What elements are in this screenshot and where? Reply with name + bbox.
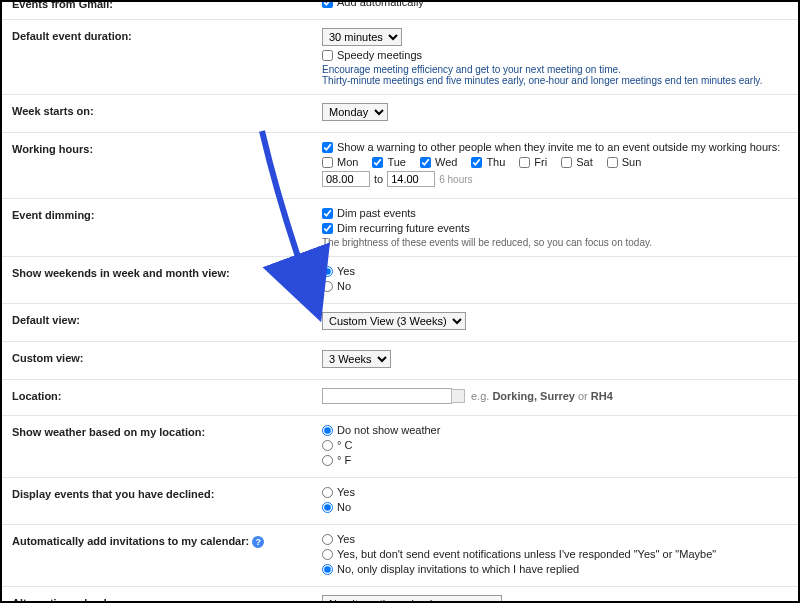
row-week-starts: Week starts on: Monday [2, 95, 798, 133]
label-alt-calendar: Alternative calendar: [12, 595, 322, 603]
row-working-hours: Working hours: Show a warning to other p… [2, 133, 798, 199]
radio-weekends-no[interactable] [322, 281, 333, 292]
txt-day-thu: Thu [486, 156, 505, 168]
label-event-dimming: Event dimming: [12, 207, 322, 221]
radio-invite-yes[interactable] [322, 534, 333, 545]
txt-declined-no: No [337, 501, 351, 513]
select-custom-view[interactable]: 3 Weeks [322, 350, 391, 368]
txt-declined-yes: Yes [337, 486, 355, 498]
loc-hint: e.g. Dorking, Surrey or RH4 [471, 390, 613, 402]
row-event-dimming: Event dimming: Dim past events Dim recur… [2, 199, 798, 257]
day-checkbox-sat: Sat [561, 156, 593, 168]
checkbox-dim-past[interactable] [322, 208, 333, 219]
txt-day-sat: Sat [576, 156, 593, 168]
day-checkbox-thu: Thu [471, 156, 505, 168]
help-icon[interactable]: ? [252, 536, 264, 548]
location-picker-icon[interactable] [451, 389, 465, 403]
radio-weekends-yes[interactable] [322, 266, 333, 277]
note-speedy2: Thirty-minute meetings end five minutes … [322, 75, 788, 86]
label-default-view: Default view: [12, 312, 322, 326]
label-show-weekends: Show weekends in week and month view: [12, 265, 322, 279]
radio-declined-no[interactable] [322, 502, 333, 513]
checkbox-day-tue[interactable] [372, 157, 383, 168]
txt-to: to [374, 173, 383, 185]
label-declined: Display events that you have declined: [12, 486, 322, 500]
txt-day-mon: Mon [337, 156, 358, 168]
select-default-view[interactable]: Custom View (3 Weeks) [322, 312, 466, 330]
day-checkbox-fri: Fri [519, 156, 547, 168]
row-declined: Display events that you have declined: Y… [2, 478, 798, 525]
day-checkbox-tue: Tue [372, 156, 406, 168]
radio-invite-no[interactable] [322, 564, 333, 575]
row-auto-invites: Automatically add invitations to my cale… [2, 525, 798, 587]
label-working-hours: Working hours: [12, 141, 322, 155]
radio-declined-yes[interactable] [322, 487, 333, 498]
input-location[interactable] [322, 388, 452, 404]
checkbox-day-sat[interactable] [561, 157, 572, 168]
txt-wh-hint: 6 hours [439, 174, 472, 185]
radio-weather-f[interactable] [322, 455, 333, 466]
select-default-duration[interactable]: 30 minutes [322, 28, 402, 46]
checkbox-speedy[interactable] [322, 50, 333, 61]
row-show-weekends: Show weekends in week and month view: Ye… [2, 257, 798, 304]
checkbox-day-fri[interactable] [519, 157, 530, 168]
txt-dim-past: Dim past events [337, 207, 416, 219]
radio-weather-c[interactable] [322, 440, 333, 451]
txt-wh-warning: Show a warning to other people when they… [337, 141, 780, 153]
txt-day-fri: Fri [534, 156, 547, 168]
label-default-duration: Default event duration: [12, 28, 322, 42]
label-weather: Show weather based on my location: [12, 424, 322, 438]
note-dim: The brightness of these events will be r… [322, 237, 788, 248]
label-events-gmail: Events from Gmail: [12, 0, 322, 10]
label-week-starts: Week starts on: [12, 103, 322, 117]
txt-invite-yes-no-notif: Yes, but don't send event notifications … [337, 548, 716, 560]
txt-day-tue: Tue [387, 156, 406, 168]
label-auto-invites: Automatically add invitations to my cale… [12, 533, 322, 548]
day-checkbox-sun: Sun [607, 156, 642, 168]
checkbox-day-thu[interactable] [471, 157, 482, 168]
txt-speedy: Speedy meetings [337, 49, 422, 61]
txt-weather-f: ° F [337, 454, 351, 466]
row-default-view: Default view: Custom View (3 Weeks) [2, 304, 798, 342]
txt-invite-no: No, only display invitations to which I … [337, 563, 579, 575]
select-alt-calendar[interactable]: No alternative calendar [322, 595, 502, 603]
radio-weather-none[interactable] [322, 425, 333, 436]
day-checkbox-wed: Wed [420, 156, 457, 168]
txt-weekends-yes: Yes [337, 265, 355, 277]
select-week-starts[interactable]: Monday [322, 103, 388, 121]
row-alt-calendar: Alternative calendar: No alternative cal… [2, 587, 798, 603]
checkbox-day-wed[interactable] [420, 157, 431, 168]
txt-day-wed: Wed [435, 156, 457, 168]
note-speedy1: Encourage meeting efficiency and get to … [322, 64, 788, 75]
row-events-gmail: Events from Gmail: Add automatically [2, 0, 798, 20]
radio-invite-yes-no-notif[interactable] [322, 549, 333, 560]
row-custom-view: Custom view: 3 Weeks [2, 342, 798, 380]
txt-add-auto: Add automatically [337, 0, 424, 8]
txt-invite-yes: Yes [337, 533, 355, 545]
checkbox-dim-recurring[interactable] [322, 223, 333, 234]
checkbox-day-mon[interactable] [322, 157, 333, 168]
row-default-duration: Default event duration: 30 minutes Speed… [2, 20, 798, 95]
txt-dim-recurring: Dim recurring future events [337, 222, 470, 234]
checkbox-add-auto[interactable] [322, 0, 333, 8]
txt-weather-c: ° C [337, 439, 352, 451]
checkbox-wh-warning[interactable] [322, 142, 333, 153]
input-wh-until[interactable] [387, 171, 435, 187]
label-custom-view: Custom view: [12, 350, 322, 364]
input-wh-from[interactable] [322, 171, 370, 187]
txt-weather-none: Do not show weather [337, 424, 440, 436]
txt-weekends-no: No [337, 280, 351, 292]
row-weather: Show weather based on my location: Do no… [2, 416, 798, 478]
row-location: Location: e.g. Dorking, Surrey or RH4 [2, 380, 798, 416]
label-location: Location: [12, 388, 322, 402]
checkbox-day-sun[interactable] [607, 157, 618, 168]
day-checkbox-mon: Mon [322, 156, 358, 168]
txt-day-sun: Sun [622, 156, 642, 168]
